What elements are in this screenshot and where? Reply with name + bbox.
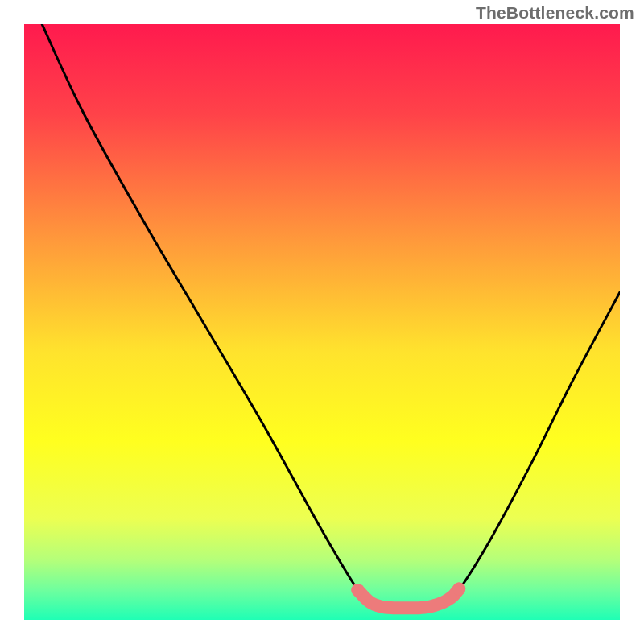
highlight-start-dot	[351, 584, 364, 597]
watermark-text: TheBottleneck.com	[476, 3, 634, 23]
plot-svg	[24, 24, 620, 620]
plot-area	[24, 24, 620, 620]
chart-container: TheBottleneck.com	[0, 0, 644, 644]
highlight-end-dot	[452, 583, 465, 596]
